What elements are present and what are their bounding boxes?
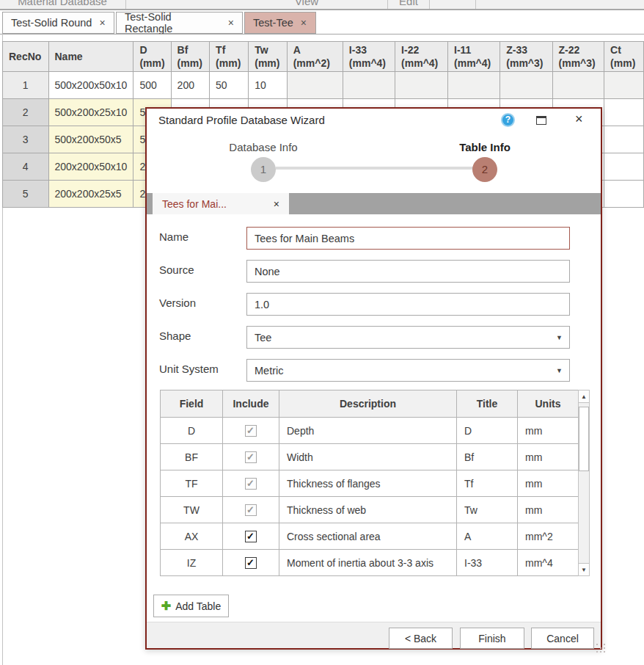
chevron-down-icon[interactable]: ▼ <box>556 334 563 341</box>
step-circle-1[interactable]: 1 <box>251 157 276 182</box>
close-icon[interactable]: × <box>99 17 105 29</box>
finish-button[interactable]: Finish <box>460 628 524 649</box>
name-field[interactable]: Tees for Main Beams <box>246 227 570 250</box>
description-cell[interactable]: Thickness of web <box>279 497 457 523</box>
include-cell <box>223 497 279 523</box>
units-cell[interactable]: mm^4 <box>518 550 579 576</box>
tab-test-solid-round[interactable]: Test-Solid Round × <box>2 12 114 34</box>
scrollbar-thumb[interactable] <box>579 407 589 471</box>
title-cell[interactable]: Tw <box>457 497 518 523</box>
grid-cell[interactable]: 500 <box>133 72 171 99</box>
close-icon[interactable]: × <box>274 198 279 210</box>
title-cell[interactable]: Tf <box>457 470 518 497</box>
ribbon-group-view[interactable]: View <box>270 0 343 10</box>
version-field[interactable]: 1.0 <box>246 293 570 316</box>
unit-system-label: Unit System <box>159 363 219 377</box>
tab-label: Test-Solid Round <box>11 17 92 29</box>
name-cell[interactable]: 500x200x50x5 <box>48 126 133 153</box>
column-header-recno: RecNo <box>3 42 49 72</box>
tab-test-tee[interactable]: Test-Tee × <box>244 12 316 34</box>
close-icon[interactable]: × <box>575 112 583 127</box>
checkbox-checked-icon[interactable] <box>245 504 257 516</box>
grid-cell[interactable] <box>604 126 644 153</box>
dialog-tab-strip: Tees for Mai... × <box>147 193 601 214</box>
description-cell[interactable]: Thickness of flanges <box>279 470 457 497</box>
close-icon[interactable]: × <box>301 17 307 29</box>
grid-cell[interactable] <box>604 99 644 126</box>
field-row-d: D Depth D mm <box>161 418 579 444</box>
title-cell[interactable]: A <box>457 523 518 550</box>
units-cell[interactable]: mm <box>518 497 579 523</box>
checkbox-checked-icon[interactable] <box>245 478 257 490</box>
include-cell <box>223 523 279 550</box>
grid-cell[interactable]: 200 <box>171 72 209 99</box>
grid-cell[interactable]: 50 <box>210 72 249 99</box>
column-header-z33: Z-33(mm^3) <box>500 42 552 72</box>
column-header-a: A(mm^2) <box>287 42 343 72</box>
description-cell[interactable]: Width <box>279 444 457 470</box>
checkbox-checked-icon[interactable] <box>245 557 257 569</box>
dialog-tab-tees[interactable]: Tees for Mai... × <box>153 193 289 214</box>
help-icon[interactable]: ? <box>501 113 515 127</box>
unit-system-value: Metric <box>255 365 283 377</box>
name-cell[interactable]: 500x200x50x10 <box>48 72 133 99</box>
description-cell[interactable]: Moment of inertia about 3-3 axis <box>279 550 457 576</box>
column-header-tw: Tw(mm) <box>249 42 287 72</box>
title-cell[interactable]: I-33 <box>457 550 518 576</box>
grid-cell[interactable] <box>395 72 448 99</box>
description-cell[interactable]: Cross sectional area <box>279 523 457 550</box>
unit-system-select[interactable]: Metric ▼ <box>246 359 570 382</box>
field-table-scrollbar[interactable]: ▲ ▼ <box>578 390 590 576</box>
plus-icon: ✚ <box>161 599 171 613</box>
checkbox-checked-icon[interactable] <box>245 425 257 437</box>
grid-cell[interactable] <box>500 72 552 99</box>
name-value: Tees for Main Beams <box>255 233 354 244</box>
title-cell[interactable]: D <box>457 418 518 444</box>
recno-cell[interactable]: 3 <box>3 126 49 153</box>
checkbox-checked-icon[interactable] <box>245 451 257 463</box>
resize-grip[interactable] <box>596 644 598 645</box>
chevron-down-icon[interactable]: ▼ <box>556 367 563 374</box>
back-button[interactable]: < Back <box>389 628 453 649</box>
name-cell[interactable]: 200x200x50x10 <box>48 153 133 181</box>
column-header-i22: I-22(mm^4) <box>395 42 448 72</box>
name-cell[interactable]: 200x200x25x5 <box>48 181 133 208</box>
grid-cell[interactable] <box>604 153 644 181</box>
add-table-button[interactable]: ✚ Add Table <box>153 595 229 617</box>
ribbon-group-edit[interactable]: Edit <box>388 0 429 10</box>
title-cell[interactable]: Bf <box>457 444 518 470</box>
checkbox-checked-icon[interactable] <box>245 531 257 542</box>
grid-cell[interactable] <box>343 72 395 99</box>
grid-cell[interactable]: 10 <box>249 72 287 99</box>
grid-cell[interactable] <box>604 72 644 99</box>
recno-cell[interactable]: 5 <box>3 181 49 208</box>
scroll-up-icon[interactable]: ▲ <box>579 390 589 403</box>
recno-cell[interactable]: 1 <box>3 72 49 99</box>
step-circle-2[interactable]: 2 <box>472 157 497 182</box>
dialog-title-bar[interactable]: Standard Profile Database Wizard ? × <box>147 109 601 132</box>
units-cell[interactable]: mm <box>518 444 579 470</box>
column-header-title: Title <box>457 390 518 418</box>
grid-cell[interactable] <box>552 72 604 99</box>
recno-cell[interactable]: 2 <box>3 99 49 126</box>
ribbon-group-material-database[interactable]: Material Database <box>7 0 117 10</box>
units-cell[interactable]: mm^2 <box>518 523 579 550</box>
description-cell[interactable]: Depth <box>279 418 457 444</box>
scroll-down-icon[interactable]: ▼ <box>579 563 589 575</box>
units-cell[interactable]: mm <box>518 470 579 497</box>
recno-cell[interactable]: 4 <box>3 153 49 181</box>
source-field[interactable]: None <box>246 260 570 283</box>
grid-cell[interactable] <box>604 181 644 208</box>
maximize-icon[interactable] <box>536 116 546 125</box>
grid-cell[interactable] <box>287 72 343 99</box>
shape-value: Tee <box>255 332 271 344</box>
include-cell <box>223 550 279 576</box>
shape-select[interactable]: Tee ▼ <box>246 326 570 349</box>
close-icon[interactable]: × <box>228 17 234 29</box>
name-cell[interactable]: 500x200x25x10 <box>48 99 133 126</box>
units-cell[interactable]: mm <box>518 418 579 444</box>
grid-cell[interactable] <box>448 72 500 99</box>
cancel-button[interactable]: Cancel <box>531 628 594 649</box>
step-connector <box>276 167 475 170</box>
tab-test-solid-rectangle[interactable]: Test-Solid Rectangle × <box>116 12 243 34</box>
